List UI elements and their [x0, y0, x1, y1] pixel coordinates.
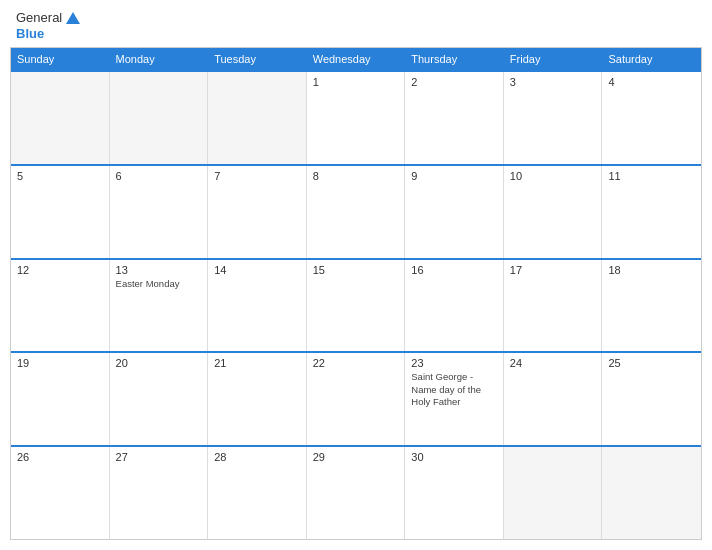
logo-triangle-icon — [66, 12, 80, 24]
day-number: 13 — [116, 264, 202, 276]
holiday-label: Saint George - Name day of the Holy Fath… — [411, 371, 497, 408]
day-cell: 15 — [307, 260, 406, 352]
day-cell: 8 — [307, 166, 406, 258]
day-cell: 11 — [602, 166, 701, 258]
day-number: 29 — [313, 451, 399, 463]
calendar-header: General Blue — [0, 0, 712, 47]
day-cell: 12 — [11, 260, 110, 352]
day-cell: 13Easter Monday — [110, 260, 209, 352]
day-number: 2 — [411, 76, 497, 88]
day-headers-row: SundayMondayTuesdayWednesdayThursdayFrid… — [11, 48, 701, 70]
day-cell: 1 — [307, 72, 406, 164]
logo-blue-text: Blue — [16, 26, 80, 42]
day-cell: 14 — [208, 260, 307, 352]
day-header-friday: Friday — [504, 48, 603, 70]
day-number: 4 — [608, 76, 695, 88]
day-cell: 28 — [208, 447, 307, 539]
day-cell: 9 — [405, 166, 504, 258]
day-number: 12 — [17, 264, 103, 276]
day-cell: 30 — [405, 447, 504, 539]
day-cell: 3 — [504, 72, 603, 164]
holiday-label: Easter Monday — [116, 278, 202, 290]
day-number: 20 — [116, 357, 202, 369]
day-cell: 27 — [110, 447, 209, 539]
day-header-saturday: Saturday — [602, 48, 701, 70]
day-number: 16 — [411, 264, 497, 276]
day-number: 27 — [116, 451, 202, 463]
day-number: 19 — [17, 357, 103, 369]
day-cell — [110, 72, 209, 164]
day-number: 11 — [608, 170, 695, 182]
calendar-weeks: 12345678910111213Easter Monday1415161718… — [11, 70, 701, 539]
day-number: 1 — [313, 76, 399, 88]
week-row-2: 567891011 — [11, 164, 701, 258]
day-cell: 21 — [208, 353, 307, 445]
day-header-monday: Monday — [110, 48, 209, 70]
week-row-3: 1213Easter Monday1415161718 — [11, 258, 701, 352]
day-cell: 18 — [602, 260, 701, 352]
day-cell — [602, 447, 701, 539]
day-cell: 2 — [405, 72, 504, 164]
day-cell: 22 — [307, 353, 406, 445]
day-number: 22 — [313, 357, 399, 369]
day-number: 6 — [116, 170, 202, 182]
day-header-thursday: Thursday — [405, 48, 504, 70]
day-cell — [11, 72, 110, 164]
day-number: 24 — [510, 357, 596, 369]
day-number: 14 — [214, 264, 300, 276]
day-cell: 10 — [504, 166, 603, 258]
day-number: 28 — [214, 451, 300, 463]
day-cell: 23Saint George - Name day of the Holy Fa… — [405, 353, 504, 445]
logo-general-text: General — [16, 10, 62, 26]
day-number: 30 — [411, 451, 497, 463]
day-cell: 17 — [504, 260, 603, 352]
day-number: 21 — [214, 357, 300, 369]
day-number: 18 — [608, 264, 695, 276]
day-header-wednesday: Wednesday — [307, 48, 406, 70]
week-row-5: 2627282930 — [11, 445, 701, 539]
day-cell: 26 — [11, 447, 110, 539]
week-row-1: 1234 — [11, 70, 701, 164]
day-number: 5 — [17, 170, 103, 182]
day-cell: 7 — [208, 166, 307, 258]
day-number: 7 — [214, 170, 300, 182]
day-number: 23 — [411, 357, 497, 369]
day-cell — [504, 447, 603, 539]
day-cell: 20 — [110, 353, 209, 445]
day-header-sunday: Sunday — [11, 48, 110, 70]
day-number: 25 — [608, 357, 695, 369]
day-number: 8 — [313, 170, 399, 182]
day-cell: 24 — [504, 353, 603, 445]
day-cell: 19 — [11, 353, 110, 445]
day-cell: 5 — [11, 166, 110, 258]
day-cell: 16 — [405, 260, 504, 352]
day-number: 10 — [510, 170, 596, 182]
day-number: 17 — [510, 264, 596, 276]
day-cell: 29 — [307, 447, 406, 539]
logo: General Blue — [16, 10, 80, 41]
day-number: 9 — [411, 170, 497, 182]
week-row-4: 1920212223Saint George - Name day of the… — [11, 351, 701, 445]
day-cell: 4 — [602, 72, 701, 164]
day-cell: 25 — [602, 353, 701, 445]
day-cell: 6 — [110, 166, 209, 258]
calendar-grid: SundayMondayTuesdayWednesdayThursdayFrid… — [10, 47, 702, 540]
day-header-tuesday: Tuesday — [208, 48, 307, 70]
day-number: 26 — [17, 451, 103, 463]
day-number: 15 — [313, 264, 399, 276]
day-cell — [208, 72, 307, 164]
day-number: 3 — [510, 76, 596, 88]
